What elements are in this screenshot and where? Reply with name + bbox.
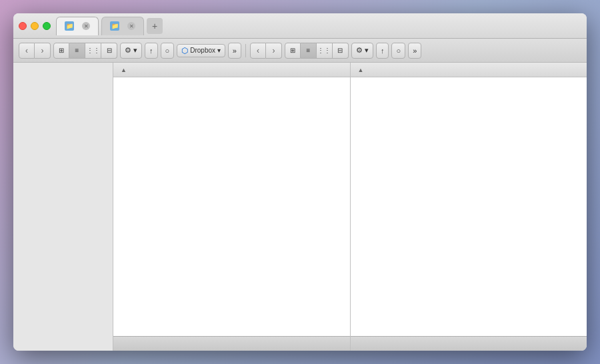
close-button[interactable] — [19, 22, 27, 30]
sidebar — [13, 63, 113, 351]
share-button[interactable]: ↑ — [145, 43, 158, 59]
nav-buttons: ‹ › — [19, 43, 51, 59]
view-column-button[interactable]: ⋮⋮ — [85, 43, 101, 59]
minimize-button[interactable] — [31, 22, 39, 30]
forward-button[interactable]: › — [35, 43, 51, 59]
back-button-right[interactable]: ‹ — [250, 43, 266, 59]
right-pane-body — [351, 77, 587, 336]
right-pane-header: ▲ — [351, 63, 587, 77]
more-button-right[interactable]: » — [408, 43, 421, 59]
tab-close-button-2[interactable]: ✕ — [127, 22, 135, 30]
file-panes: ▲ ▲ — [113, 63, 587, 351]
col-name-sort-arrow: ▲ — [358, 67, 364, 73]
nav-buttons-right: ‹ › — [250, 43, 282, 59]
arrange-button-right[interactable]: ⚙ ▾ — [351, 43, 373, 59]
tab-downloads[interactable]: 📁 ✕ — [56, 17, 99, 35]
traffic-lights — [19, 22, 51, 30]
forward-button-right[interactable]: › — [266, 43, 282, 59]
view-icon-button-right[interactable]: ⊞ — [285, 43, 301, 59]
arrange-button[interactable]: ⚙ ▾ — [120, 43, 142, 59]
new-tab-button[interactable]: + — [147, 18, 163, 34]
tags-label — [13, 81, 113, 89]
view-buttons-right: ⊞ ≡ ⋮⋮ ⊟ — [285, 43, 349, 59]
view-column-button-right[interactable]: ⋮⋮ — [317, 43, 333, 59]
view-list-button-right[interactable]: ≡ — [301, 43, 317, 59]
devices-label — [13, 73, 113, 81]
maximize-button[interactable] — [43, 22, 51, 30]
view-cover-button[interactable]: ⊟ — [101, 43, 117, 59]
dropbox-icon: ⬡ — [181, 46, 188, 55]
tab-home-icon: 📁 — [110, 21, 119, 31]
left-pane-body — [113, 77, 350, 336]
view-icon-button[interactable]: ⊞ — [53, 43, 69, 59]
tab-close-button[interactable]: ✕ — [82, 22, 90, 30]
view-list-button[interactable]: ≡ — [69, 43, 85, 59]
left-pane: ▲ — [113, 63, 351, 351]
tab-khamoshpathak[interactable]: 📁 ✕ — [101, 17, 144, 35]
back-button[interactable]: ‹ — [19, 43, 35, 59]
more-button[interactable]: » — [228, 43, 241, 59]
left-statusbar — [113, 336, 350, 351]
col-sort-arrow: ▲ — [121, 67, 127, 73]
dropbox-label: Dropbox ▾ — [190, 47, 221, 54]
left-pane-header: ▲ — [113, 63, 350, 77]
dropbox-button[interactable]: ⬡ Dropbox ▾ — [177, 44, 225, 57]
view-cover-button-right[interactable]: ⊟ — [333, 43, 349, 59]
tag-button[interactable]: ○ — [161, 43, 175, 59]
view-buttons: ⊞ ≡ ⋮⋮ ⊟ — [53, 43, 117, 59]
col-name-header[interactable]: ▲ — [356, 67, 364, 73]
main-content: ▲ ▲ — [13, 63, 587, 351]
titlebar: 📁 ✕ 📁 ✕ + — [13, 13, 587, 39]
favorites-label — [13, 65, 113, 73]
toolbar: ‹ › ⊞ ≡ ⋮⋮ ⊟ ⚙ ▾ ↑ ○ ⬡ Dropbox ▾ » ‹ › ⊞… — [13, 39, 587, 63]
right-pane: ▲ — [351, 63, 587, 351]
toolbar-separator — [245, 44, 246, 57]
finder-window: 📁 ✕ 📁 ✕ + ‹ › ⊞ ≡ ⋮⋮ ⊟ ⚙ ▾ ↑ ○ ⬡ Dropbox… — [13, 13, 587, 351]
right-statusbar — [351, 336, 587, 351]
tab-folder-icon: 📁 — [65, 21, 74, 31]
share-button-right[interactable]: ↑ — [376, 43, 389, 59]
tag-button-right[interactable]: ○ — [391, 43, 405, 59]
col-today-header[interactable]: ▲ — [119, 67, 127, 73]
